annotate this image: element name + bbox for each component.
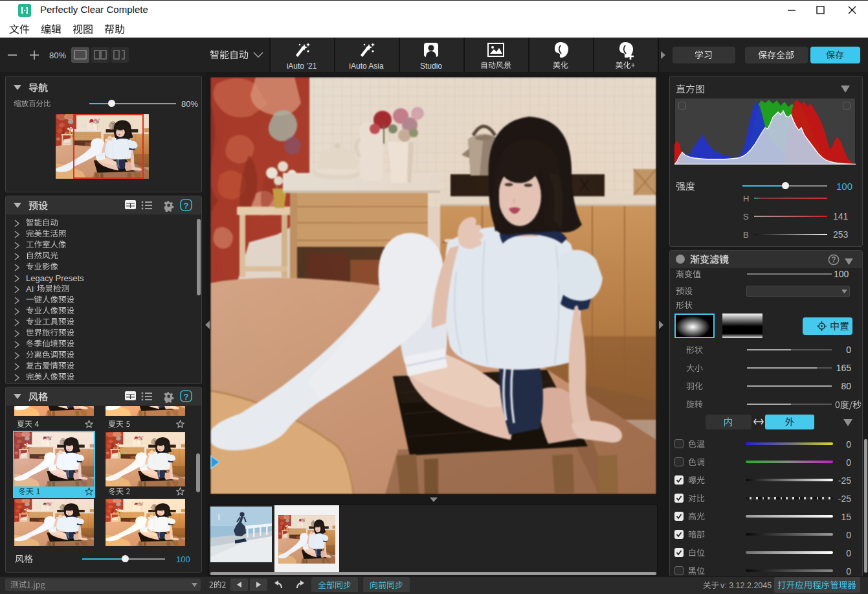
- svg-text:?: ?: [831, 255, 836, 264]
- svg-text:?: ?: [184, 392, 189, 402]
- svg-text:?: ?: [184, 201, 189, 211]
